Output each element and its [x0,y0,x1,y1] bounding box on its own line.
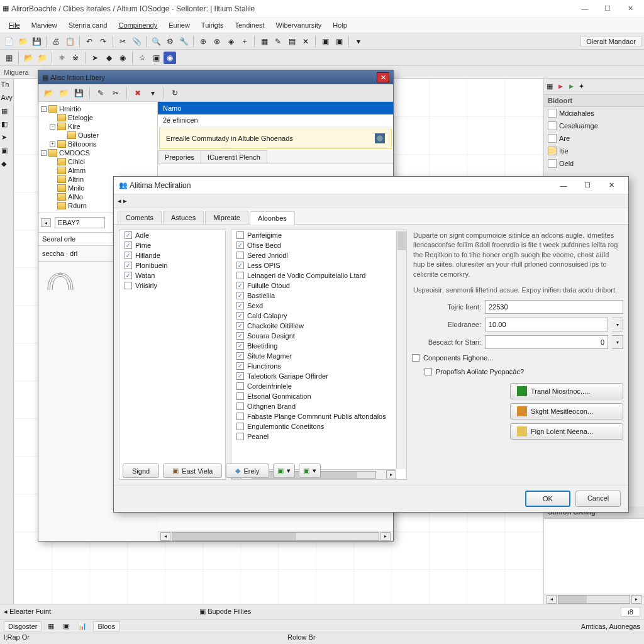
pref-titlebar[interactable]: 👥 Alitima Mecliration — ☐ ✕ [114,177,628,194]
tb-icon[interactable]: ◉ [116,52,129,64]
checklist-item[interactable]: Vriisirly [119,280,225,291]
pref-mid-list[interactable]: Parifeigime✓Ofise BecdSered Jnriodl✓Less… [231,230,407,480]
checklist-item[interactable]: ✓Fuiluile Otoud [231,280,396,291]
tb-icon[interactable]: ▣ [150,52,162,64]
right-label[interactable]: Oleralt Mandaor [580,36,641,47]
tb-icon[interactable]: 🔍 [150,35,162,48]
pref-tab-mipreate[interactable]: Mipreate [205,211,248,224]
besoact-input[interactable] [485,335,608,349]
menu-file[interactable]: File [4,19,25,31]
strip-icon[interactable]: ➤ [1,133,13,145]
library-hscroll[interactable]: ◂ ▸ [158,531,393,541]
checklist-item[interactable]: Sered Jnriodl [231,250,396,260]
footer-erely[interactable]: ◆Erely [226,464,269,478]
checklist-item[interactable]: ✓Pime [119,240,225,250]
lib-tb-icon[interactable]: ✖ [131,87,144,99]
lib-tb-icon[interactable]: 💾 [72,87,85,99]
checklist-item[interactable]: ✓Ofise Becd [231,240,396,250]
name-column-header[interactable]: Namo [158,102,393,114]
gear-icon[interactable] [375,133,385,143]
footer-signd[interactable]: Signd [123,464,159,478]
action-tranal[interactable]: Tranal Niositnoc..... [510,383,623,399]
tb-icon[interactable]: ↷ [97,35,109,48]
action-fign[interactable]: Fign Lolent Neena... [510,423,623,440]
tb-icon[interactable]: 🖨 [50,35,62,48]
elodrane-input[interactable] [485,318,608,331]
main-close-button[interactable]: ✕ [619,1,641,16]
menu-marview[interactable]: Marview [26,19,62,31]
checklist-item[interactable]: Leinageri de Vodic Compuiteialio Ltard [231,270,396,280]
tb-icon[interactable]: ⚙ [164,35,176,48]
pref-tab-astuces[interactable]: Astuces [163,211,204,224]
tb-icon[interactable]: ⊕ [197,35,209,48]
checklist-item[interactable]: ✓Situte Magmer [231,351,396,361]
checklist-item[interactable]: ✓Plonibuein [119,260,225,270]
lib-tb-icon[interactable]: ✎ [94,87,107,99]
tb-icon[interactable]: ▾ [352,35,365,48]
pref-close-button[interactable]: ✕ [599,178,623,193]
tb-icon[interactable]: ⊗ [211,35,223,48]
tb-icon[interactable]: 📂 [22,52,35,64]
menu-compinendy[interactable]: Compinendy [113,19,162,31]
panel-icon[interactable]: ► [557,82,566,91]
checklist-item[interactable]: ✓Taleotiork Gariape Offirder [231,371,396,381]
library-titlebar[interactable]: ▦ Alisc Intion LIbery ✕ [38,70,393,84]
propofish-checkbox[interactable] [425,368,432,375]
rp-item[interactable]: Mdciahales [544,107,644,119]
checklist-item[interactable]: ✓Watan [119,270,225,280]
tb-icon[interactable]: ◆ [103,52,115,64]
checklist-item[interactable]: ✓Flunctirons [231,361,396,371]
library-close-button[interactable]: ✕ [377,72,389,82]
tb-icon[interactable]: ▦ [3,52,15,64]
tb-icon[interactable]: ✂ [116,35,129,48]
checklist-item[interactable]: Oithgnen Brand [231,401,396,411]
tb-icon[interactable]: ↶ [83,35,96,48]
strip-icon[interactable]: ▣ [1,147,13,158]
pref-tab-coments[interactable]: Coments [118,211,162,224]
tb-icon[interactable]: ⚛ [55,52,68,64]
strip-icon[interactable]: ◧ [1,120,13,131]
tb-icon[interactable]: ※ [69,52,82,64]
name-row[interactable]: 2é eflinicen [158,114,393,126]
checklist-item[interactable]: Parifeigime [231,230,396,240]
pref-nav-icon[interactable]: ▸ [123,197,127,205]
pref-maximize-button[interactable]: ☐ [575,178,599,193]
scroll-left[interactable]: ◂ [160,532,170,541]
menu-stenria[interactable]: Stenria cand [64,19,113,31]
scroll-right[interactable]: ▸ [631,595,641,604]
tb-icon[interactable]: ☆ [136,52,148,64]
menu-euriew[interactable]: Euriew [164,19,195,31]
tb-icon[interactable]: ▣ [319,35,331,48]
checklist-item[interactable]: Engulemontic Conetitons [231,421,396,431]
tree-item[interactable]: +Biltooons [38,140,157,148]
pref-nav-icon[interactable]: ◂ [118,197,121,205]
strip-icon[interactable]: ▦ [1,107,13,118]
checklist-item[interactable]: ✓Adle [119,230,225,240]
menu-tuirigts[interactable]: Tuirigts [196,19,229,31]
footer-small-1[interactable]: ▣▾ [273,464,295,478]
tb-icon[interactable]: ✎ [272,35,284,48]
main-maximize-button[interactable]: ☐ [596,1,619,16]
tb-icon[interactable]: 📋 [64,35,76,48]
footer-east-viela[interactable]: ▣East Viela [163,464,222,478]
menu-wiberv[interactable]: Wibervanursity [271,19,327,31]
checklist-item[interactable]: ✓Less OPIS [231,260,396,270]
pref-tab-aloonbes[interactable]: Aloonbes [250,211,295,225]
checklist-item[interactable]: ✓Chackoite Oitilllew [231,321,396,331]
pref-left-list[interactable]: ✓Adle✓Pime✓Hillande✓Plonibuein✓WatanVrii… [119,230,226,480]
tab-fcuerentil[interactable]: fCuerentil Plench [201,150,267,164]
tb-icon[interactable]: 📁 [16,35,29,48]
tb-icon[interactable]: ◈ [225,35,237,48]
tb-icon[interactable]: 📎 [130,35,143,48]
ok-button[interactable]: OK [525,491,570,507]
rp-item[interactable]: Oeld [544,157,644,170]
rp-item[interactable]: Are [544,132,644,145]
lib-tb-icon[interactable]: 📁 [57,87,70,99]
menu-help[interactable]: Holp [328,19,352,31]
tree-scroll-left[interactable]: ◂ [41,218,51,227]
tree-item[interactable]: -CMDOCS [38,148,157,157]
bottom-tab-left[interactable]: ◂ Elearter Fuint [4,608,51,616]
checklist-item[interactable]: Fabaste Plange Commnunt Publis aftondalo… [231,411,396,421]
tree-item[interactable]: Cihlci [38,157,157,166]
bottom-tab-mid[interactable]: ▣ Bupode Fillies [199,608,251,616]
